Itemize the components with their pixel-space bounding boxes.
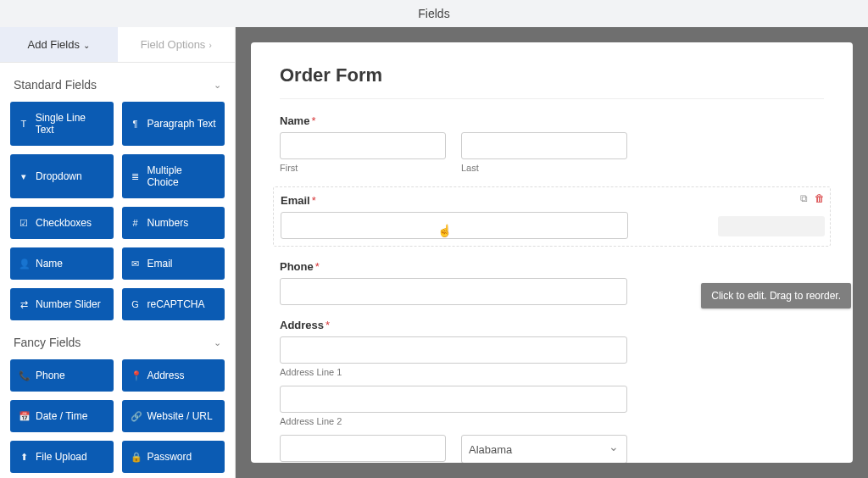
tab-add-fields[interactable]: Add Fields⌄ — [0, 27, 118, 62]
field-file-upload[interactable]: ⬆File Upload — [10, 441, 114, 473]
delete-icon[interactable]: 🗑 — [815, 192, 825, 204]
canvas-wrap: Order Form Name* First Last ⧉ — [236, 27, 868, 478]
chevron-right-icon: › — [209, 41, 211, 50]
required-asterisk: * — [312, 194, 316, 207]
sidebar: Add Fields⌄ Field Options› Standard Fiel… — [0, 27, 236, 478]
phone-input[interactable] — [280, 278, 627, 305]
field-paragraph-text[interactable]: ¶Paragraph Text — [122, 102, 225, 146]
field-website-url[interactable]: 🔗Website / URL — [122, 400, 225, 432]
dropdown-icon: ▾ — [19, 171, 29, 182]
address-label: Address* — [280, 319, 824, 331]
field-numbers[interactable]: #Numbers — [122, 207, 225, 239]
field-dropdown[interactable]: ▾Dropdown — [10, 154, 114, 198]
email-input[interactable] — [281, 212, 628, 239]
first-name-input[interactable] — [280, 132, 446, 159]
name-label: Name* — [280, 114, 824, 127]
chevron-down-icon: ⌄ — [214, 337, 221, 348]
page-title: Fields — [418, 7, 449, 20]
state-select-wrap: Alabama — [461, 435, 627, 463]
section-standard-fields[interactable]: Standard Fields ⌄ — [10, 63, 225, 102]
required-asterisk: * — [315, 260, 320, 273]
slider-icon: ⇄ — [19, 299, 29, 310]
last-sublabel: Last — [461, 163, 627, 173]
link-icon: 🔗 — [131, 411, 141, 422]
ghost-placeholder — [718, 216, 825, 236]
pin-icon: 📍 — [131, 370, 141, 381]
duplicate-icon[interactable]: ⧉ — [800, 192, 808, 204]
main-layout: Add Fields⌄ Field Options› Standard Fiel… — [0, 27, 868, 478]
field-checkboxes[interactable]: ☑Checkboxes — [10, 207, 114, 239]
chevron-down-icon: ⌄ — [214, 80, 221, 91]
field-name[interactable]: 👤Name — [10, 247, 114, 280]
first-sublabel: First — [280, 163, 446, 173]
sidebar-scroll: Standard Fields ⌄ TSingle Line Text ¶Par… — [0, 63, 235, 478]
page-header: Fields — [0, 0, 868, 27]
phone-label: Phone* — [280, 260, 824, 273]
chevron-down-icon: ⌄ — [83, 41, 90, 50]
hash-icon: # — [131, 218, 141, 228]
envelope-icon: ✉ — [131, 258, 141, 270]
state-select[interactable]: Alabama — [461, 435, 627, 463]
field-date-time[interactable]: 📅Date / Time — [10, 400, 114, 432]
address-line2-sublabel: Address Line 2 — [280, 416, 824, 426]
city-input[interactable] — [280, 435, 446, 462]
checkbox-icon: ☑ — [19, 218, 29, 229]
fancy-fields-grid: 📞Phone 📍Address 📅Date / Time 🔗Website / … — [10, 359, 225, 478]
form-row-name[interactable]: Name* First Last — [280, 114, 824, 173]
tab-add-fields-label: Add Fields — [28, 38, 80, 51]
field-address[interactable]: 📍Address — [122, 359, 225, 392]
field-recaptcha[interactable]: GreCAPTCHA — [122, 288, 225, 320]
form-row-email[interactable]: ⧉ 🗑 Email* — [273, 186, 831, 247]
tab-field-options[interactable]: Field Options› — [118, 27, 236, 62]
field-email[interactable]: ✉Email — [122, 247, 225, 280]
field-multiple-choice[interactable]: ≣Multiple Choice — [122, 154, 225, 198]
section-title: Fancy Fields — [14, 336, 81, 349]
calendar-icon: 📅 — [19, 411, 29, 422]
text-icon: T — [19, 119, 29, 129]
google-icon: G — [131, 299, 141, 309]
field-number-slider[interactable]: ⇄Number Slider — [10, 288, 114, 320]
standard-fields-grid: TSingle Line Text ¶Paragraph Text ▾Dropd… — [10, 102, 225, 320]
tab-field-options-label: Field Options — [141, 38, 206, 51]
required-asterisk: * — [326, 319, 330, 331]
address-line1-input[interactable] — [280, 336, 627, 364]
form-canvas[interactable]: Order Form Name* First Last ⧉ — [251, 42, 853, 463]
email-label: Email* — [281, 194, 823, 207]
form-title[interactable]: Order Form — [280, 64, 824, 99]
field-password[interactable]: 🔒Password — [122, 441, 225, 473]
address-line2-input[interactable] — [280, 386, 627, 413]
section-title: Standard Fields — [14, 78, 97, 92]
lock-icon: 🔒 — [131, 452, 141, 463]
section-fancy-fields[interactable]: Fancy Fields ⌄ — [10, 320, 225, 359]
field-single-line-text[interactable]: TSingle Line Text — [10, 102, 114, 146]
phone-icon: 📞 — [19, 370, 29, 381]
last-name-input[interactable] — [461, 132, 627, 159]
sidebar-tabbar: Add Fields⌄ Field Options› — [0, 27, 235, 63]
person-icon: 👤 — [19, 258, 29, 270]
required-asterisk: * — [311, 114, 315, 127]
list-icon: ≣ — [131, 171, 141, 182]
field-phone[interactable]: 📞Phone — [10, 359, 114, 392]
address-line1-sublabel: Address Line 1 — [280, 367, 824, 377]
paragraph-icon: ¶ — [131, 119, 141, 129]
upload-icon: ⬆ — [19, 452, 29, 463]
form-row-address[interactable]: Address* Address Line 1 Address Line 2 C… — [280, 319, 824, 463]
form-row-phone[interactable]: Phone* — [280, 260, 824, 305]
name-two-col: First Last — [280, 132, 627, 173]
row-actions: ⧉ 🗑 — [800, 192, 825, 204]
